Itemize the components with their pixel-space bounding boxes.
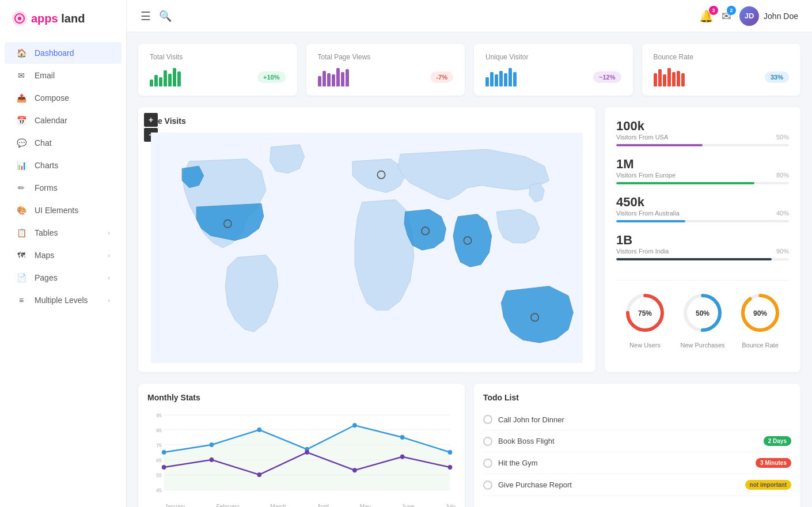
- stat-cards-row: Total Visits +10% Total Page Views -7% U…: [138, 44, 800, 96]
- mini-bar-0: [485, 77, 489, 86]
- visitor-value: 100k: [616, 119, 789, 134]
- menu-icon[interactable]: ☰: [141, 9, 151, 23]
- mini-bar-0: [654, 73, 657, 86]
- sidebar-item-calendar[interactable]: 📅 Calendar: [5, 109, 122, 131]
- month-label: January: [165, 504, 185, 507]
- mini-bar-2: [159, 77, 162, 86]
- notification-icon[interactable]: 🔔 3: [699, 9, 714, 23]
- svg-point-30: [162, 450, 166, 455]
- svg-point-35: [400, 435, 405, 440]
- mini-bar-2: [495, 74, 498, 86]
- progress-fill: [616, 182, 754, 184]
- sidebar-label-calendar: Calendar: [35, 116, 67, 125]
- sidebar-item-tables[interactable]: 📋 Tables ›: [5, 222, 122, 244]
- month-label: February: [216, 504, 239, 507]
- multiple-levels-nav-icon: ≡: [16, 295, 26, 305]
- todo-checkbox-1[interactable]: [483, 437, 492, 446]
- stat-badge: +10%: [257, 71, 285, 83]
- donut-item-2: 90% Bounce Rate: [737, 290, 783, 349]
- mini-bars: [485, 68, 517, 86]
- todo-text-0: Call John for Dinner: [498, 415, 791, 424]
- mini-bar-3: [332, 74, 335, 86]
- sidebar-item-email[interactable]: ✉ Email: [5, 65, 122, 86]
- mini-bars: [318, 68, 349, 86]
- todo-item-2: Hit the Gym 3 Minutes: [483, 452, 791, 474]
- month-label: May: [360, 504, 371, 507]
- sidebar: apps land 🏠 Dashboard ✉ Email 📤 Compose …: [0, 0, 127, 507]
- stat-row: 33%: [654, 68, 790, 86]
- month-label: July: [445, 504, 456, 507]
- forms-nav-icon: ✏: [16, 183, 26, 193]
- sidebar-label-maps: Maps: [35, 251, 54, 260]
- progress-fill: [616, 144, 703, 146]
- chat-nav-icon: 💬: [16, 138, 26, 148]
- visitor-stat-0: 100k Visitors From USA 50%: [616, 119, 789, 146]
- tables-nav-icon: 📋: [16, 228, 26, 238]
- sidebar-item-chat[interactable]: 💬 Chat: [5, 132, 122, 154]
- sidebar-label-multiple-levels: Multiple Levels: [35, 296, 88, 305]
- progress-bar: [616, 220, 789, 222]
- svg-text:75%: 75%: [638, 309, 652, 317]
- sidebar-item-pages[interactable]: 📄 Pages ›: [5, 267, 122, 289]
- stat-badge: -7%: [430, 71, 453, 83]
- donut-label-1: New Purchases: [680, 342, 726, 349]
- month-label: June: [402, 504, 415, 507]
- visitor-stat-1: 1M Visitors From Europe 80%: [616, 157, 789, 184]
- visitor-stat-3: 1B Visitors From India 90%: [616, 233, 789, 260]
- mini-bar-1: [658, 69, 662, 86]
- svg-point-34: [352, 423, 357, 427]
- sidebar-item-multiple-levels[interactable]: ≡ Multiple Levels ›: [5, 289, 122, 311]
- sidebar-item-dashboard[interactable]: 🏠 Dashboard: [5, 42, 122, 64]
- sidebar-label-chat: Chat: [35, 138, 52, 147]
- visitor-pct: 40%: [776, 210, 789, 217]
- svg-point-38: [210, 457, 214, 462]
- search-icon[interactable]: 🔍: [159, 10, 172, 22]
- donut-chart-1: 50%: [680, 290, 726, 336]
- sidebar-label-email: Email: [35, 71, 55, 80]
- topbar-right: 🔔 3 ✉ 2 JD John Doe: [699, 6, 798, 26]
- mini-bar-1: [322, 71, 326, 86]
- stat-card-1: Total Page Views -7%: [306, 44, 465, 96]
- todo-checkbox-2[interactable]: [483, 459, 492, 468]
- visitor-pct: 90%: [776, 248, 789, 255]
- mini-bar-4: [504, 73, 507, 86]
- stat-label: Unique Visitor: [485, 53, 621, 61]
- arrow-icon: ›: [108, 274, 110, 281]
- mini-bar-6: [513, 72, 517, 86]
- todo-checkbox-0[interactable]: [483, 415, 492, 424]
- mini-bar-1: [154, 75, 158, 86]
- sidebar-item-compose[interactable]: 📤 Compose: [5, 87, 122, 109]
- svg-point-43: [448, 465, 453, 470]
- logo-text: apps land: [31, 12, 85, 25]
- main-area: ☰ 🔍 🔔 3 ✉ 2 JD John Doe Total Visits +10…: [127, 0, 812, 507]
- topbar: ☰ 🔍 🔔 3 ✉ 2 JD John Doe: [127, 0, 812, 32]
- sidebar-item-maps[interactable]: 🗺 Maps ›: [5, 244, 122, 266]
- compose-nav-icon: 📤: [16, 93, 26, 103]
- mini-bar-5: [677, 71, 680, 86]
- sidebar-item-ui-elements[interactable]: 🎨 UI Elements: [5, 199, 122, 221]
- mini-bar-5: [509, 68, 512, 86]
- stat-card-3: Bounce Rate 33%: [642, 44, 801, 96]
- donut-item-0: 75% New Users: [622, 290, 668, 349]
- mini-bar-5: [341, 72, 344, 86]
- zoom-in-button[interactable]: +: [144, 113, 158, 127]
- visitor-pct: 80%: [776, 172, 789, 179]
- stat-card-2: Unique Visitor ~12%: [474, 44, 633, 96]
- mini-bar-0: [318, 76, 321, 86]
- message-icon[interactable]: ✉ 2: [722, 9, 731, 23]
- todo-checkbox-3[interactable]: [483, 480, 492, 490]
- calendar-nav-icon: 📅: [16, 115, 26, 126]
- logo-icon: [12, 10, 28, 27]
- todo-item-0: Call John for Dinner: [483, 409, 791, 430]
- stat-card-0: Total Visits +10%: [138, 44, 297, 96]
- pages-nav-icon: 📄: [16, 273, 26, 283]
- sidebar-item-charts[interactable]: 📊 Charts: [5, 154, 122, 176]
- svg-point-39: [257, 472, 261, 477]
- sidebar-item-forms[interactable]: ✏ Forms: [5, 177, 122, 199]
- mini-bars: [150, 68, 181, 86]
- svg-point-40: [305, 450, 309, 455]
- donut-item-1: 50% New Purchases: [680, 290, 726, 349]
- line-chart: 455565758595: [147, 409, 456, 501]
- logo[interactable]: apps land: [0, 0, 126, 37]
- user-info[interactable]: JD John Doe: [739, 6, 798, 26]
